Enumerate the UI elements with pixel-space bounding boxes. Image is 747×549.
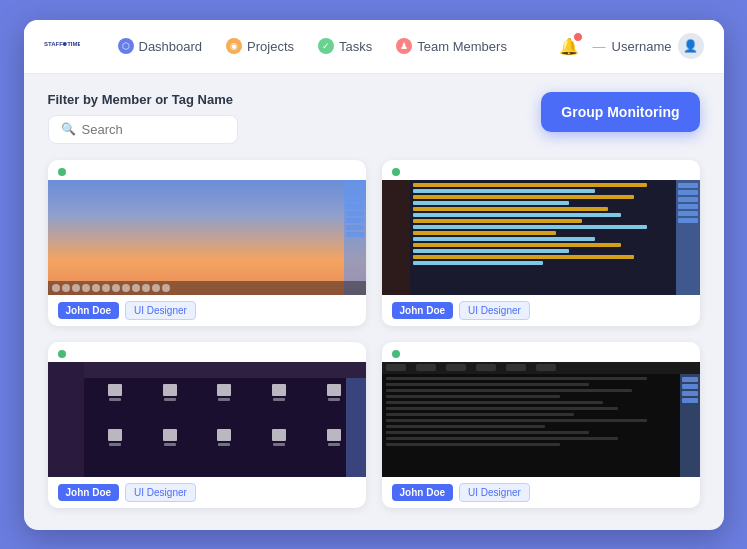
main-content: Filter by Member or Tag Name 🔍 Group Mon…: [24, 74, 724, 530]
screen4-panel: [680, 374, 700, 477]
user-menu[interactable]: — Username 👤: [593, 33, 704, 59]
group-monitoring-button[interactable]: Group Monitoring: [541, 92, 699, 132]
terminal-line: [386, 431, 589, 434]
tab-mini: [536, 364, 556, 371]
screen-preview-1[interactable]: [48, 180, 366, 295]
filter-section: Filter by Member or Tag Name 🔍: [48, 92, 238, 144]
file-icon-label: [273, 443, 285, 446]
nav-item-projects[interactable]: ◉ Projects: [216, 33, 304, 59]
svg-text:TIMER: TIMER: [67, 41, 80, 47]
panel-item: [678, 218, 698, 223]
filter-label: Filter by Member or Tag Name: [48, 92, 238, 107]
online-indicator-1: [58, 168, 66, 176]
card-1-footer: John Doe UI Designer: [48, 295, 366, 326]
terminal-line: [386, 443, 560, 446]
user-role-badge-2: UI Designer: [459, 301, 530, 320]
file-icon-img: [163, 384, 177, 396]
code-line: [413, 189, 595, 193]
taskbar-icon: [92, 284, 100, 292]
screen-preview-4[interactable]: [382, 362, 700, 477]
file-icon-label: [273, 398, 285, 401]
code-line: [413, 183, 647, 187]
screenshot-card-4: John Doe UI Designer: [382, 342, 700, 508]
screen2-content: [410, 180, 676, 295]
s1-item: [346, 190, 364, 195]
terminal-line: [386, 383, 589, 386]
card-1-header: [48, 160, 366, 180]
taskbar-icon: [122, 284, 130, 292]
terminal-line: [386, 401, 604, 404]
file-item: [254, 429, 305, 471]
username-separator: —: [593, 39, 606, 54]
panel-item: [682, 398, 698, 403]
taskbar-icon: [82, 284, 90, 292]
screen3-toolbar: [84, 362, 366, 378]
file-icon-img: [272, 384, 286, 396]
panel-item: [678, 211, 698, 216]
nav-item-team[interactable]: ♟ Team Members: [386, 33, 517, 59]
screen3-panel: [346, 378, 366, 477]
nav-label-team: Team Members: [417, 39, 507, 54]
screen-preview-2[interactable]: [382, 180, 700, 295]
screen2-panel: [676, 180, 700, 295]
card-2-header: [382, 160, 700, 180]
navbar: STAFF TIMER ⬡ Dashboard ◉ Projects ✓ Tas…: [24, 20, 724, 74]
s1-item: [346, 218, 364, 223]
panel-item: [678, 197, 698, 202]
tab-mini: [476, 364, 496, 371]
user-role-badge-3: UI Designer: [125, 483, 196, 502]
file-item: [199, 384, 250, 426]
nav-item-tasks[interactable]: ✓ Tasks: [308, 33, 382, 59]
file-icon-img: [327, 384, 341, 396]
notification-bell[interactable]: 🔔: [557, 34, 581, 58]
panel-item: [678, 190, 698, 195]
code-line: [413, 225, 647, 229]
panel-item: [678, 204, 698, 209]
notification-badge: [573, 32, 583, 42]
user-role-badge-1: UI Designer: [125, 301, 196, 320]
screen3-sidebar: [48, 362, 84, 477]
svg-text:STAFF: STAFF: [44, 41, 63, 47]
taskbar-icon: [132, 284, 140, 292]
screen-preview-3[interactable]: [48, 362, 366, 477]
file-item: [254, 384, 305, 426]
terminal-line: [386, 413, 575, 416]
screenshot-card-2: John Doe UI Designer: [382, 160, 700, 326]
s1-item: [346, 211, 364, 216]
card-3-footer: John Doe UI Designer: [48, 477, 366, 508]
user-name-badge-1: John Doe: [58, 302, 120, 319]
online-indicator-3: [58, 350, 66, 358]
terminal-line: [386, 419, 647, 422]
screen4-topbar: [382, 362, 700, 374]
tab-mini: [386, 364, 406, 371]
user-role-badge-4: UI Designer: [459, 483, 530, 502]
search-input[interactable]: [82, 122, 225, 137]
terminal-line: [386, 425, 546, 428]
taskbar-icon: [102, 284, 110, 292]
panel-item: [678, 183, 698, 188]
nav-label-tasks: Tasks: [339, 39, 372, 54]
panel-item: [682, 391, 698, 396]
tab-mini: [506, 364, 526, 371]
file-item: [144, 429, 195, 471]
s1-item: [346, 204, 364, 209]
file-icon-label: [109, 398, 121, 401]
logo: STAFF TIMER: [44, 34, 80, 59]
file-item: [90, 429, 141, 471]
code-line: [413, 219, 582, 223]
code-line: [413, 243, 621, 247]
tab-mini: [416, 364, 436, 371]
tasks-icon: ✓: [318, 38, 334, 54]
file-icon-img: [108, 384, 122, 396]
code-line: [413, 195, 634, 199]
code-line: [413, 201, 569, 205]
taskbar-icon: [52, 284, 60, 292]
panel-item: [682, 377, 698, 382]
file-icon-img: [217, 384, 231, 396]
screen1-sidebar: [344, 180, 366, 295]
file-icon-img: [327, 429, 341, 441]
taskbar-icon: [62, 284, 70, 292]
screen4-content: [382, 374, 680, 477]
nav-item-dashboard[interactable]: ⬡ Dashboard: [108, 33, 213, 59]
file-item: [90, 384, 141, 426]
